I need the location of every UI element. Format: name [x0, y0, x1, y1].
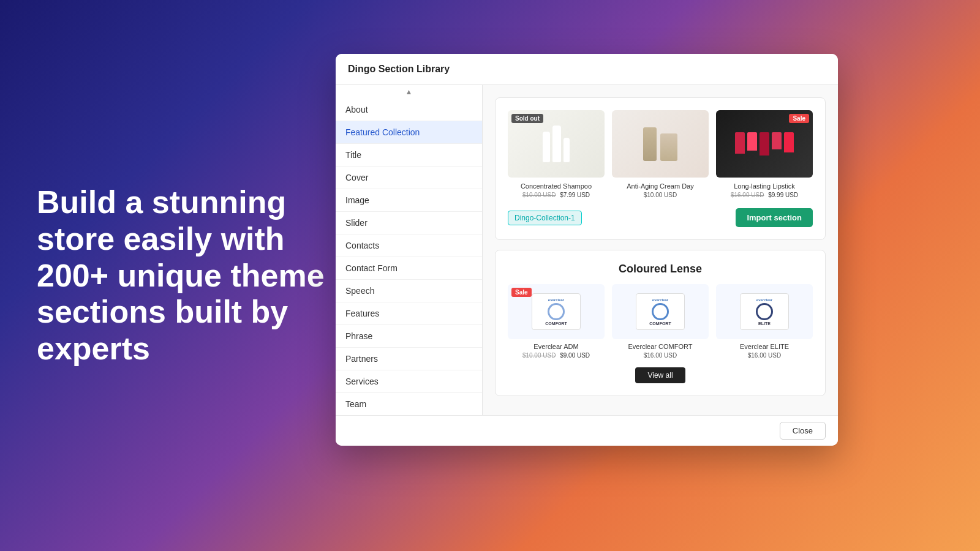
import-section-button[interactable]: Import section — [736, 208, 813, 227]
badge-sale-lipstick: Sale — [789, 114, 809, 123]
sidebar-item-image[interactable]: Image — [336, 189, 482, 212]
sidebar-item-team[interactable]: Team — [336, 393, 482, 415]
sidebar-item-about[interactable]: About — [336, 99, 482, 121]
lens-item-elite: everclear ELITE Everclear ELITE $16.00 U… — [716, 284, 813, 359]
sidebar-item-speech[interactable]: Speech — [336, 280, 482, 302]
modal-body: ▲ About Featured Collection Title Cover … — [336, 85, 838, 415]
product-price-cream: $10.00 USD — [644, 192, 677, 198]
lens-image-adm: Sale everclear COMFORT — [508, 284, 605, 339]
badge-soldout: Sold out — [511, 114, 543, 123]
lens-card-elite: everclear ELITE — [740, 293, 789, 330]
product-price-lipstick: $16.00 USD $9.99 USD — [731, 192, 798, 198]
content-area[interactable]: Sold out Concentrated Shampoo $10.00 USD… — [483, 85, 838, 415]
sidebar-item-contact-form[interactable]: Contact Form — [336, 257, 482, 280]
sidebar-item-phrase[interactable]: Phrase — [336, 325, 482, 348]
product-item-shampoo: Sold out Concentrated Shampoo $10.00 USD… — [508, 110, 605, 198]
coloured-lense-title: Coloured Lense — [508, 263, 813, 276]
lens-item-comfort: everclear COMFORT Everclear COMFORT $16.… — [612, 284, 709, 359]
product-name-shampoo: Concentrated Shampoo — [521, 182, 592, 190]
sidebar-item-services[interactable]: Services — [336, 370, 482, 393]
lens-image-comfort: everclear COMFORT — [612, 284, 709, 339]
section-footer-featured: Dingo-Collection-1 Import section — [508, 208, 813, 227]
lens-name-adm: Everclear ADM — [533, 343, 578, 350]
featured-collection-card: Sold out Concentrated Shampoo $10.00 USD… — [495, 97, 826, 240]
sidebar-item-features[interactable]: Features — [336, 302, 482, 325]
modal-footer: Close — [336, 415, 838, 446]
sidebar-item-partners[interactable]: Partners — [336, 348, 482, 370]
product-price-shampoo: $10.00 USD $7.99 USD — [522, 192, 590, 198]
lens-card-adm: everclear COMFORT — [532, 293, 581, 330]
section-sidebar: ▲ About Featured Collection Title Cover … — [336, 85, 483, 415]
product-item-cream: Anti-Aging Cream Day $10.00 USD — [612, 110, 709, 198]
modal-header: Dingo Section Library — [336, 54, 838, 85]
coloured-lense-card: Coloured Lense Sale everclear COMFORT — [495, 250, 826, 396]
hero-headline: Build a stunning store easily with 200+ … — [37, 184, 331, 367]
modal-title: Dingo Section Library — [348, 64, 450, 74]
sidebar-item-slider[interactable]: Slider — [336, 212, 482, 234]
sidebar-scroll-up[interactable]: ▲ — [336, 85, 482, 99]
section-library-modal: Dingo Section Library ▲ About Featured C… — [336, 54, 838, 446]
product-image-cream — [612, 110, 709, 178]
lens-item-adm: Sale everclear COMFORT Everclear ADM $10… — [508, 284, 605, 359]
product-grid: Sold out Concentrated Shampoo $10.00 USD… — [508, 110, 813, 198]
lens-price-comfort: $16.00 USD — [644, 352, 677, 359]
lens-card-comfort: everclear COMFORT — [636, 293, 685, 330]
lens-product-grid: Sale everclear COMFORT Everclear ADM $10… — [508, 284, 813, 359]
product-name-lipstick: Long-lasting Lipstick — [734, 182, 795, 190]
lens-price-elite: $16.00 USD — [748, 352, 781, 359]
lens-name-comfort: Everclear COMFORT — [628, 343, 693, 350]
hero-text-block: Build a stunning store easily with 200+ … — [37, 184, 331, 367]
sidebar-item-featured-collection[interactable]: Featured Collection — [336, 121, 482, 144]
lens-price-adm: $10.00 USD $9.00 USD — [522, 352, 590, 359]
lens-image-elite: everclear ELITE — [716, 284, 813, 339]
sidebar-item-cover[interactable]: Cover — [336, 167, 482, 189]
product-name-cream: Anti-Aging Cream Day — [627, 182, 693, 190]
view-all-button[interactable]: View all — [635, 367, 685, 383]
sidebar-item-contacts[interactable]: Contacts — [336, 234, 482, 257]
product-image-shampoo: Sold out — [508, 110, 605, 178]
collection-tag: Dingo-Collection-1 — [508, 211, 582, 225]
product-item-lipstick: Sale Long-lasting Lipstick $16.00 — [716, 110, 813, 198]
sidebar-item-title[interactable]: Title — [336, 144, 482, 167]
badge-sale-adm: Sale — [511, 288, 532, 297]
lens-name-elite: Everclear ELITE — [740, 343, 789, 350]
close-button[interactable]: Close — [780, 422, 826, 440]
product-image-lipstick: Sale — [716, 110, 813, 178]
